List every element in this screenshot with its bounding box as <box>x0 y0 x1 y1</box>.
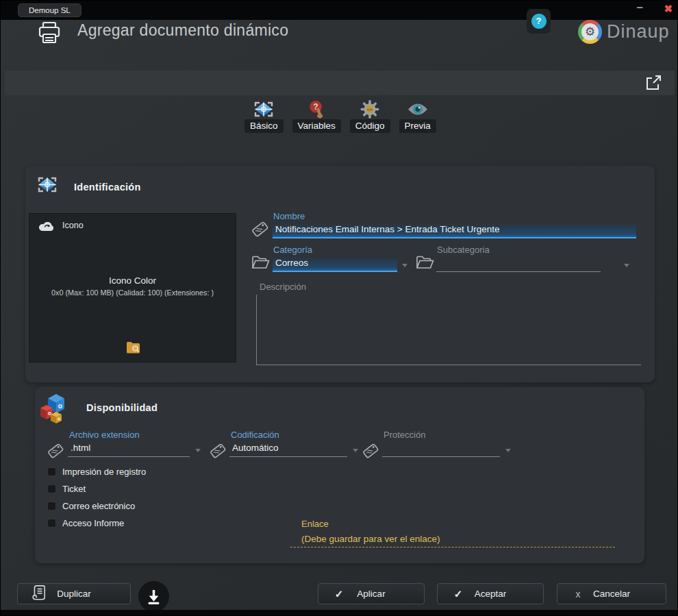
printer-icon <box>37 21 62 48</box>
tab-previa-label: Previa <box>399 119 436 133</box>
folder-search-icon <box>126 341 141 354</box>
duplicar-button[interactable]: Duplicar <box>17 583 131 604</box>
folder-icon <box>251 255 270 270</box>
categoria-select[interactable]: Correos <box>273 256 397 272</box>
nombre-label: Nombre <box>273 211 305 221</box>
enlace-label: Enlace <box>301 519 615 529</box>
gear-icon: ⚙ <box>581 23 599 40</box>
brand-name: Dinaup <box>607 21 670 42</box>
cloud-sync-icon <box>38 219 56 233</box>
icono-label: Icono <box>62 221 84 230</box>
section-disponibilidad: Disponibilidad Archivo extension .html C… <box>35 387 644 563</box>
codificacion-dropdown-arrow[interactable] <box>353 449 358 452</box>
tab-variables[interactable]: ? Variables <box>292 100 341 133</box>
brand-logo: ⚙ Dinaup <box>578 20 670 44</box>
archivo-extension-select[interactable]: .html <box>68 441 190 457</box>
checkbox-icon <box>47 467 56 476</box>
titlebar: Demoup SL – ✖ <box>1 1 677 20</box>
download-icon <box>146 589 162 604</box>
basico-icon <box>253 100 275 119</box>
download-button[interactable] <box>138 581 169 612</box>
window-bottom-edge <box>1 610 677 615</box>
categoria-dropdown-arrow[interactable] <box>402 264 407 267</box>
scroll-icon <box>18 584 59 604</box>
tab-codigo-label: Código <box>350 119 390 133</box>
identificacion-icon <box>36 175 58 194</box>
folder-icon <box>416 255 434 270</box>
check-icon: ✓ <box>318 588 360 600</box>
dinaup-logo-icon: ⚙ <box>578 20 602 44</box>
archivo-extension-label: Archivo extension <box>69 430 140 440</box>
tag-icon <box>47 442 64 459</box>
app-tab-demoup[interactable]: Demoup SL <box>18 3 81 17</box>
disponibilidad-cubes-icon <box>40 392 73 423</box>
tag-icon <box>251 220 269 238</box>
checkbox-icon <box>47 484 56 493</box>
tab-basico[interactable]: Básico <box>244 100 284 133</box>
nombre-input[interactable]: Notificaciones Email Internas > Entrada … <box>273 222 636 238</box>
checkbox-correo-electronico[interactable]: Correo electrónico <box>47 501 135 511</box>
aceptar-label: Aceptar <box>475 589 507 599</box>
close-button[interactable]: ✖ <box>664 3 673 15</box>
enlace-field: Enlace (Debe guardar para ver el enlace) <box>290 519 615 547</box>
view-tabs: Básico ? Variables <box>244 100 436 133</box>
descripcion-label: Descripción <box>260 282 306 292</box>
svg-text:</>: </> <box>367 108 373 112</box>
icono-color-title: Icono Color <box>29 275 236 286</box>
checkbox-icon <box>47 502 56 510</box>
subcategoria-select[interactable] <box>436 256 601 272</box>
tab-previa[interactable]: Previa <box>399 100 436 133</box>
icon-upload-panel: Icono Icono Color 0x0 (Max: 100 MB) (Cal… <box>29 213 236 362</box>
archivo-extension-dropdown-arrow[interactable] <box>195 449 201 452</box>
identificacion-title: Identificación <box>74 182 141 193</box>
aplicar-label: Aplicar <box>357 589 385 599</box>
help-icon: ? <box>531 14 547 29</box>
section-identificacion: Identificación Icono Icono Color 0x0 (Ma… <box>25 166 655 382</box>
tag-icon <box>362 442 379 459</box>
aceptar-button[interactable]: ✓ Aceptar <box>437 583 544 604</box>
tab-variables-label: Variables <box>292 119 341 133</box>
checkbox-icon <box>47 519 56 528</box>
open-external-button[interactable] <box>644 74 662 92</box>
codificacion-select[interactable]: Automático <box>229 441 347 457</box>
browse-icon-button[interactable] <box>126 341 141 354</box>
icono-constraints: 0x0 (Max: 100 MB) (Calidad: 100) (Extens… <box>29 288 236 297</box>
check-icon: ✓ <box>438 588 479 600</box>
cancelar-label: Cancelar <box>593 589 630 599</box>
codificacion-label: Codificación <box>231 430 279 440</box>
subcategoria-dropdown-arrow[interactable] <box>624 264 629 267</box>
variables-icon: ? <box>307 100 326 119</box>
checkbox-acceso-informe[interactable]: Acceso Informe <box>47 518 124 528</box>
disponibilidad-title: Disponibilidad <box>86 402 158 413</box>
page-title: Agregar documento dinámico <box>77 21 288 40</box>
help-button[interactable]: ? <box>527 9 551 34</box>
proteccion-select[interactable] <box>382 441 500 457</box>
minimize-button[interactable]: – <box>637 1 643 14</box>
subcategoria-label: Subcategoria <box>437 245 490 255</box>
checkbox-ticket[interactable]: Ticket <box>47 484 86 494</box>
icono-info: Icono Color 0x0 (Max: 100 MB) (Calidad: … <box>29 275 236 297</box>
tag-icon <box>210 442 227 459</box>
categoria-label: Categoría <box>273 245 312 255</box>
checkbox-impresion-registro[interactable]: Impresión de registro <box>47 467 146 477</box>
cancelar-button[interactable]: x Cancelar <box>557 583 666 604</box>
tab-basico-label: Básico <box>244 119 284 133</box>
codigo-icon: </> <box>360 100 380 119</box>
tab-codigo[interactable]: </> Código <box>350 100 390 133</box>
descripcion-textarea[interactable] <box>256 295 641 365</box>
aplicar-button[interactable]: ✓ Aplicar <box>318 583 425 604</box>
previa-icon <box>407 100 429 119</box>
duplicar-label: Duplicar <box>57 589 91 599</box>
proteccion-dropdown-arrow[interactable] <box>505 449 511 452</box>
toolbar <box>5 71 675 95</box>
dialog-window: Demoup SL – ✖ Agregar documento dinámico… <box>0 0 678 616</box>
x-icon: x <box>557 589 599 600</box>
proteccion-label: Protección <box>384 430 425 440</box>
enlace-value: (Debe guardar para ver el enlace) <box>301 534 615 544</box>
